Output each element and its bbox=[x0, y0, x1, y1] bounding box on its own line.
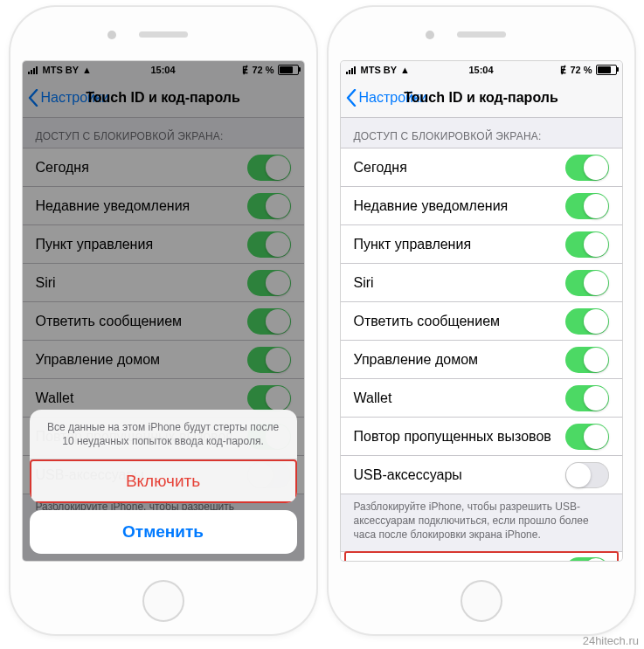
bluetooth-icon: Ɇ bbox=[560, 65, 566, 76]
toggle-switch[interactable] bbox=[565, 270, 609, 296]
modal-overlay: Все данные на этом iPhone будут стерты п… bbox=[23, 61, 304, 561]
battery-icon bbox=[596, 65, 617, 75]
screen-left: MTS BY ▲ 15:04 Ɇ 72 % Настройки Touch bbox=[23, 61, 304, 561]
toggle-switch[interactable] bbox=[565, 308, 609, 335]
action-sheet-confirm-button[interactable]: Включить bbox=[30, 459, 297, 503]
setting-row[interactable]: Сегодня bbox=[341, 148, 622, 187]
battery-pct-label: 72 % bbox=[570, 65, 592, 75]
toggle-switch[interactable] bbox=[565, 155, 609, 181]
erase-data-row[interactable]: Стирание данных bbox=[341, 552, 622, 561]
setting-label: Управление домом bbox=[354, 352, 565, 368]
home-button[interactable] bbox=[460, 580, 502, 622]
front-camera bbox=[107, 31, 116, 39]
toggle-switch[interactable] bbox=[565, 231, 609, 258]
setting-label: Сегодня bbox=[354, 160, 565, 176]
carrier-label: MTS BY bbox=[361, 65, 398, 75]
back-label: Настройки bbox=[359, 90, 427, 106]
setting-label: Пункт управления bbox=[354, 237, 565, 252]
setting-row[interactable]: Ответить сообщением bbox=[341, 302, 622, 341]
setting-row[interactable]: USB-аксессуары bbox=[341, 456, 622, 494]
action-sheet-message: Все данные на этом iPhone будут стерты п… bbox=[30, 410, 297, 459]
home-button[interactable] bbox=[142, 580, 184, 622]
iphone-right: MTS BY ▲ 15:04 Ɇ 72 % Настройки Touch bbox=[329, 7, 634, 634]
signal-bars-icon bbox=[346, 66, 356, 74]
speaker-grille bbox=[139, 31, 188, 38]
setting-label: Siri bbox=[354, 275, 565, 291]
toggle-switch[interactable] bbox=[565, 385, 609, 411]
screen-right: MTS BY ▲ 15:04 Ɇ 72 % Настройки Touch bbox=[341, 61, 622, 561]
setting-row[interactable]: Siri bbox=[341, 264, 622, 302]
iphone-left: MTS BY ▲ 15:04 Ɇ 72 % Настройки Touch bbox=[10, 7, 316, 634]
erase-data-switch[interactable] bbox=[565, 557, 609, 561]
setting-row[interactable]: Управление домом bbox=[341, 341, 622, 379]
action-sheet: Все данные на этом iPhone будут стерты п… bbox=[30, 410, 297, 503]
setting-label: Wallet bbox=[354, 390, 565, 406]
section-header: ДОСТУП С БЛОКИРОВКОЙ ЭКРАНА: bbox=[341, 118, 622, 148]
speaker-grille bbox=[457, 31, 506, 38]
nav-bar: Настройки Touch ID и код-пароль bbox=[341, 79, 622, 118]
usb-footer: Разблокируйте iPhone, чтобы разрешить US… bbox=[341, 494, 622, 551]
toggle-switch[interactable] bbox=[565, 462, 609, 488]
setting-label: Повтор пропущенных вызовов bbox=[354, 429, 565, 445]
setting-row[interactable]: Пункт управления bbox=[341, 225, 622, 264]
wifi-icon: ▲ bbox=[400, 65, 410, 75]
setting-row[interactable]: Недавние уведомления bbox=[341, 187, 622, 225]
lockscreen-access-group: СегодняНедавние уведомленияПункт управле… bbox=[341, 148, 622, 494]
chevron-left-icon bbox=[346, 89, 357, 107]
settings-content: ДОСТУП С БЛОКИРОВКОЙ ЭКРАНА: СегодняНеда… bbox=[341, 118, 622, 561]
back-button[interactable]: Настройки bbox=[341, 89, 427, 107]
setting-label: USB-аксессуары bbox=[354, 467, 565, 483]
toggle-switch[interactable] bbox=[565, 347, 609, 373]
erase-data-group: Стирание данных bbox=[341, 551, 622, 561]
status-bar: MTS BY ▲ 15:04 Ɇ 72 % bbox=[341, 61, 622, 79]
toggle-switch[interactable] bbox=[565, 193, 609, 219]
action-sheet-cancel-button[interactable]: Отменить bbox=[30, 510, 297, 554]
setting-label: Недавние уведомления bbox=[354, 198, 565, 214]
setting-row[interactable]: Wallet bbox=[341, 379, 622, 418]
front-camera bbox=[426, 31, 434, 39]
watermark-label: 24hitech.ru bbox=[583, 634, 639, 647]
toggle-switch[interactable] bbox=[565, 424, 609, 450]
setting-label: Ответить сообщением bbox=[354, 314, 565, 329]
setting-row[interactable]: Повтор пропущенных вызовов bbox=[341, 418, 622, 456]
